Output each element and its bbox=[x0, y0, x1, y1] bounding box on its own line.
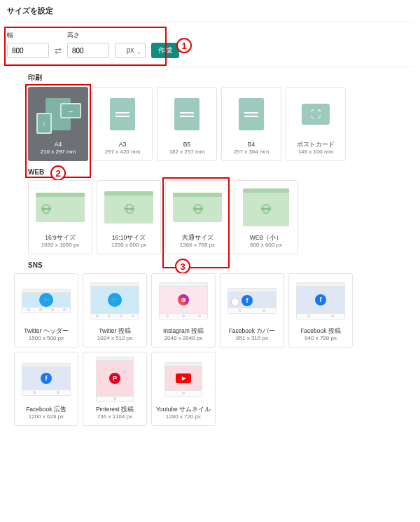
card-name: 16:10サイズ bbox=[112, 234, 146, 242]
create-button[interactable]: 作成 bbox=[151, 43, 179, 58]
card-pinterest-post[interactable]: P Pinterest 投稿 736 x 1104 px bbox=[83, 352, 147, 426]
card-name: A4 bbox=[55, 141, 62, 149]
card-a4[interactable]: ↔ ↕ A4 210 x 297 mm bbox=[28, 87, 88, 161]
annotation-3: 3 bbox=[175, 259, 190, 274]
section-print-label: 印刷 bbox=[28, 73, 413, 83]
card-name: WEB（小） bbox=[250, 234, 282, 242]
card-name: Youtube サムネイル bbox=[156, 406, 211, 413]
card-dim: 1920 x 1080 px bbox=[41, 242, 80, 248]
annotation-1: 1 bbox=[176, 38, 192, 53]
section-sns-label: SNS bbox=[28, 261, 413, 269]
card-name: Facebook 広告 bbox=[26, 406, 66, 413]
page-title: サイズを設定 bbox=[7, 4, 413, 20]
card-facebook-ad[interactable]: f Facebook 広告 1200 x 628 px bbox=[14, 352, 78, 426]
card-dim: 182 x 257 mm bbox=[169, 149, 205, 155]
card-b4[interactable]: B4 257 x 364 mm bbox=[221, 87, 281, 161]
card-dim: 297 x 420 mm bbox=[105, 149, 141, 155]
card-facebook-post[interactable]: f Facebook 投稿 940 x 788 px bbox=[288, 273, 353, 348]
card-dim: 800 x 600 px bbox=[250, 242, 282, 248]
card-twitter-header[interactable]: 🐦 Twitter ヘッダー 1500 x 500 px bbox=[14, 273, 78, 348]
card-twitter-post[interactable]: 🐦 Twitter 投稿 1024 x 512 px bbox=[83, 273, 147, 348]
card-youtube-thumb[interactable]: ▶ Youtube サムネイル 1280 x 720 px bbox=[151, 352, 216, 426]
card-name: ポストカード bbox=[297, 141, 335, 149]
card-b5[interactable]: B5 182 x 257 mm bbox=[157, 87, 217, 161]
card-name: B4 bbox=[248, 141, 255, 149]
card-name: Facebook カバー bbox=[229, 327, 276, 335]
card-postcard[interactable]: ⛶ ポストカード 148 x 100 mm bbox=[286, 87, 346, 161]
print-cards: ↔ ↕ A4 210 x 297 mm A3 297 x 420 mm B5 1… bbox=[7, 87, 413, 161]
divider bbox=[7, 67, 413, 67]
card-dim: 851 x 315 px bbox=[236, 335, 268, 341]
width-label: 幅 bbox=[7, 31, 49, 40]
card-name: 共通サイズ bbox=[182, 234, 214, 242]
card-16-9[interactable]: 16:9サイズ 1920 x 1080 px bbox=[28, 180, 92, 254]
swap-icon[interactable]: ⇄ bbox=[55, 46, 62, 58]
web-cards: 16:9サイズ 1920 x 1080 px 16:10サイズ 1280 x 8… bbox=[7, 180, 413, 254]
sns-cards: 🐦 Twitter ヘッダー 1500 x 500 px 🐦 Twitter 投… bbox=[7, 273, 413, 426]
card-dim: 736 x 1104 px bbox=[97, 413, 132, 420]
card-dim: 257 x 364 mm bbox=[234, 149, 270, 155]
card-dim: 1280 x 720 px bbox=[166, 413, 201, 420]
card-dim: 210 x 297 mm bbox=[41, 149, 76, 155]
card-dim: 940 x 788 px bbox=[304, 335, 337, 341]
card-name: Instagram 投稿 bbox=[163, 327, 204, 335]
card-name: Pinterest 投稿 bbox=[96, 406, 134, 413]
card-name: Facebook 投稿 bbox=[300, 327, 341, 335]
card-facebook-cover[interactable]: f Facebook カバー 851 x 315 px bbox=[220, 273, 284, 348]
card-dim: 148 x 100 mm bbox=[298, 149, 334, 155]
card-web-small[interactable]: WEB（小） 800 x 600 px bbox=[234, 180, 298, 254]
divider bbox=[7, 22, 413, 22]
card-dim: 1024 x 512 px bbox=[97, 335, 132, 341]
card-name: B5 bbox=[183, 141, 190, 149]
card-name: 16:9サイズ bbox=[45, 234, 76, 242]
card-common[interactable]: 共通サイズ 1366 x 768 px bbox=[165, 180, 230, 254]
unit-select[interactable]: px bbox=[115, 43, 146, 58]
card-16-10[interactable]: 16:10サイズ 1280 x 800 px bbox=[97, 180, 161, 254]
card-name: A3 bbox=[119, 141, 126, 149]
section-web-label: WEB bbox=[28, 168, 413, 176]
card-dim: 1200 x 628 px bbox=[29, 413, 64, 420]
annotation-2: 2 bbox=[50, 165, 66, 181]
height-label: 高さ bbox=[67, 31, 109, 40]
card-dim: 2048 x 2048 px bbox=[164, 335, 203, 341]
card-dim: 1500 x 500 px bbox=[29, 335, 64, 341]
height-input[interactable] bbox=[67, 43, 109, 58]
card-dim: 1366 x 768 px bbox=[180, 242, 215, 248]
width-input[interactable] bbox=[7, 43, 49, 58]
custom-size-row: 幅 ⇄ 高さ px 作成 1 bbox=[7, 28, 413, 65]
card-dim: 1280 x 800 px bbox=[111, 242, 146, 248]
card-a3[interactable]: A3 297 x 420 mm bbox=[92, 87, 153, 161]
card-name: Twitter ヘッダー bbox=[24, 327, 68, 335]
card-name: Twitter 投稿 bbox=[99, 327, 130, 335]
card-instagram-post[interactable]: ◎ Instagram 投稿 2048 x 2048 px bbox=[151, 273, 216, 348]
